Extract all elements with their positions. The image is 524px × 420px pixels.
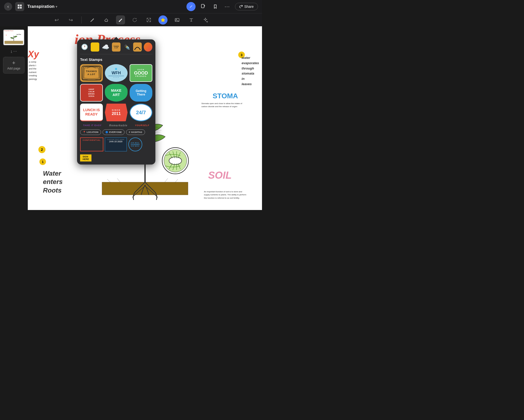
add-page-label: Add page bbox=[7, 67, 20, 70]
sticker-recent-row: 🕐 ☁️ THANKSA LOT ✒️ bbox=[80, 42, 152, 54]
svg-line-17 bbox=[117, 178, 120, 182]
app-logo bbox=[15, 2, 24, 11]
text-stamps-row: TAKE IT EASY Remarkable YOURSELF bbox=[80, 124, 152, 127]
stoma-label: STOMA bbox=[212, 92, 238, 100]
pages-sidebar: Transpiration Process Xy ion Proc 1 ··· bbox=[0, 26, 28, 210]
page-number-row: 1 ··· bbox=[11, 49, 17, 54]
recent-clock-icon[interactable]: 🕐 bbox=[80, 42, 89, 52]
top-navbar: ‹ Transpiration ▾ ··· bbox=[0, 0, 262, 13]
share-button[interactable]: Share bbox=[235, 3, 258, 10]
pen-tool-button[interactable] bbox=[88, 15, 97, 25]
back-icon: ‹ bbox=[7, 4, 9, 9]
location-icon: 📍 bbox=[83, 131, 86, 133]
svg-text:Xy: Xy bbox=[6, 35, 7, 36]
title-chevron-icon: ▾ bbox=[56, 5, 57, 9]
recent-yellow-thumb[interactable] bbox=[91, 42, 99, 52]
sticker-category-label: Text Stamps bbox=[80, 57, 152, 62]
add-page-plus-icon: + bbox=[12, 60, 15, 66]
stamp-confidential[interactable]: CONFIDENTIAL bbox=[80, 137, 103, 151]
recent-pen-icon[interactable]: ✒️ bbox=[123, 42, 131, 52]
stamp-take-it-easy[interactable]: TAKE IT EASY bbox=[83, 124, 102, 127]
svg-point-26 bbox=[169, 157, 182, 165]
sticker-popup: 🕐 ☁️ THANKSA LOT ✒️ Text Stamps bbox=[77, 39, 155, 165]
xylem-label: Xy bbox=[28, 49, 39, 60]
recent-orange-thumb[interactable] bbox=[144, 42, 152, 52]
svg-rect-1 bbox=[20, 5, 22, 6]
redo-button[interactable]: ↪ bbox=[66, 15, 75, 25]
svg-rect-2 bbox=[18, 7, 19, 9]
location-label: LOCATION bbox=[87, 131, 98, 133]
tag-stamps-row: 📍 LOCATION 🔵 EVERYONE # HASHTAG bbox=[80, 129, 152, 135]
stamp-location[interactable]: 📍 LOCATION bbox=[80, 129, 101, 135]
everyone-icon: 🔵 bbox=[105, 131, 108, 133]
sticker-lunch-is-ready[interactable]: LUNCH IS READY bbox=[80, 104, 103, 121]
pencil-tool-button[interactable] bbox=[116, 15, 125, 25]
sticker-thanks-a-lot[interactable]: THANKSA LOT bbox=[80, 64, 103, 82]
svg-rect-0 bbox=[18, 5, 19, 6]
soil-description: An important function of soil is to stor… bbox=[204, 190, 247, 200]
more-options-button[interactable]: ··· bbox=[223, 2, 232, 11]
sign-here-row: SIGNHERE bbox=[80, 154, 152, 161]
svg-point-7 bbox=[148, 19, 149, 20]
stamp-sign-here[interactable]: SIGNHERE bbox=[80, 154, 91, 161]
recent-cloud-icon[interactable]: ☁️ bbox=[101, 42, 110, 52]
add-page-nav-button[interactable] bbox=[199, 2, 208, 11]
sticker-grid: THANKSA LOT 🌐 WFH — — — SUCH GOOD FRIEND… bbox=[80, 64, 152, 121]
eraser-tool-button[interactable] bbox=[102, 15, 111, 25]
svg-text:ion Proc: ion Proc bbox=[16, 34, 21, 35]
bookmark-nav-button[interactable] bbox=[211, 2, 220, 11]
sticker-keep-calm[interactable]: KEEP CALM DRINK SODA bbox=[80, 84, 103, 102]
image-tool-button[interactable] bbox=[173, 15, 182, 25]
stamp-remarkable[interactable]: Remarkable bbox=[109, 124, 127, 127]
undo-button[interactable]: ↩ bbox=[52, 15, 61, 25]
stamp-custom-date[interactable]: CUSTOM TEXT HERE JAN 15 2020 bbox=[105, 137, 127, 151]
hashtag-icon: # bbox=[129, 131, 130, 133]
svg-rect-11 bbox=[5, 41, 23, 44]
water-enters-text: WaterentersRoots bbox=[43, 169, 63, 195]
svg-rect-3 bbox=[20, 7, 22, 9]
svg-rect-15 bbox=[102, 182, 188, 195]
page-thumbnail-1[interactable]: Transpiration Process Xy ion Proc bbox=[3, 29, 25, 45]
sticker-since-2011[interactable]: SINCE 2011 bbox=[105, 104, 128, 121]
svg-marker-8 bbox=[161, 18, 165, 22]
magic-tool-button[interactable] bbox=[201, 15, 210, 25]
svg-line-18 bbox=[165, 178, 168, 182]
main-area: Transpiration Process Xy ion Proc 1 ··· bbox=[0, 26, 262, 210]
svg-rect-5 bbox=[201, 4, 204, 8]
recent-thanks-thumb[interactable]: THANKSA LOT bbox=[112, 42, 121, 52]
recent-arch-thumb[interactable] bbox=[133, 42, 142, 52]
pen-tool-nav-button[interactable] bbox=[186, 2, 196, 11]
stamp-everyone[interactable]: 🔵 EVERYONE bbox=[103, 129, 125, 135]
special-stamps-row: CONFIDENTIAL CUSTOM TEXT HERE JAN 15 202… bbox=[80, 137, 152, 151]
document-title[interactable]: Transpiration ▾ bbox=[27, 4, 57, 9]
stamp-hashtag[interactable]: # HASHTAG bbox=[126, 129, 145, 135]
canvas-area[interactable]: ion Process Xy a compplants tand thenutr… bbox=[28, 26, 262, 210]
drawing-toolbar: ↩ ↪ bbox=[0, 13, 262, 26]
sticker-good-friends[interactable]: SUCH GOOD FRIENDS bbox=[130, 64, 152, 82]
back-button[interactable]: ‹ bbox=[4, 3, 12, 11]
hashtag-label: HASHTAG bbox=[131, 131, 142, 133]
water-evaporates-text: waterevaporatesthroughstomatainleaves bbox=[242, 55, 259, 87]
sticker-wfh[interactable]: 🌐 WFH — — — bbox=[105, 64, 128, 82]
circle-2: 2 bbox=[38, 146, 45, 153]
text-tool-button[interactable] bbox=[187, 15, 196, 25]
sticker-tool-button[interactable] bbox=[158, 15, 168, 25]
sticker-make-art[interactable]: MAKE ART bbox=[105, 84, 128, 102]
add-page-button[interactable]: + Add page bbox=[3, 57, 25, 74]
page-number: 1 bbox=[11, 50, 12, 54]
sticker-getting-there[interactable]: GettingThere bbox=[130, 84, 152, 102]
soil-label: SOIL bbox=[208, 170, 232, 181]
share-label: Share bbox=[244, 5, 254, 9]
xylem-description: a compplants tand thenutrientcreatingpar… bbox=[29, 60, 53, 81]
stamp-yourself[interactable]: YOURSELF bbox=[135, 124, 149, 127]
circle-1: 1 bbox=[39, 158, 46, 165]
everyone-label: EVERYONE bbox=[109, 131, 122, 133]
page-options-button[interactable]: ··· bbox=[13, 49, 17, 54]
stoma-description: Stomata open and close to allow the inta… bbox=[201, 102, 248, 108]
sticker-24-7[interactable]: 24/7 bbox=[130, 104, 152, 121]
selection-tool-button[interactable] bbox=[144, 15, 153, 25]
stamp-airmail[interactable]: AIR MAIL 21/10/2021 AIR MAIL bbox=[128, 137, 142, 151]
lasso-tool-button[interactable] bbox=[130, 15, 139, 25]
